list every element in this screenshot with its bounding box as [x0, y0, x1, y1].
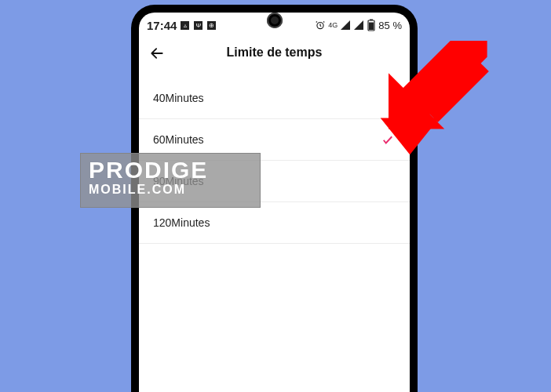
annotation-arrow: [377, 41, 494, 158]
status-icon-usb: [194, 21, 203, 30]
back-button[interactable]: [145, 42, 169, 65]
option-40-minutes[interactable]: 40Minutes: [139, 78, 410, 119]
watermark: PRODIGE MOBILE.COM: [80, 153, 261, 208]
app-header: Limite de temps: [139, 35, 410, 70]
option-label: 120Minutes: [153, 216, 210, 229]
page-title: Limite de temps: [227, 45, 323, 60]
status-icon-sim: [181, 21, 189, 30]
status-time: 17:44: [147, 19, 177, 32]
status-icon-app: [207, 21, 216, 30]
signal-icon-1: [340, 20, 351, 30]
stage: 17:44 4G: [0, 0, 551, 392]
camera-hole: [267, 13, 283, 28]
option-120-minutes[interactable]: 120Minutes: [139, 202, 410, 244]
svg-rect-3: [369, 23, 374, 31]
signal-icon-2: [353, 20, 364, 30]
alarm-icon: [315, 20, 326, 31]
network-label: 4G: [328, 22, 338, 29]
svg-rect-2: [370, 20, 373, 21]
header-spacer: [139, 70, 410, 78]
option-label: 40Minutes: [153, 92, 204, 104]
battery-icon: [367, 19, 376, 31]
option-label: 60Minutes: [153, 133, 204, 146]
watermark-line2: MOBILE.COM: [89, 183, 252, 196]
battery-text: 85 %: [378, 20, 402, 31]
watermark-line1: PRODIGE: [89, 158, 252, 182]
back-arrow-icon: [149, 45, 165, 61]
